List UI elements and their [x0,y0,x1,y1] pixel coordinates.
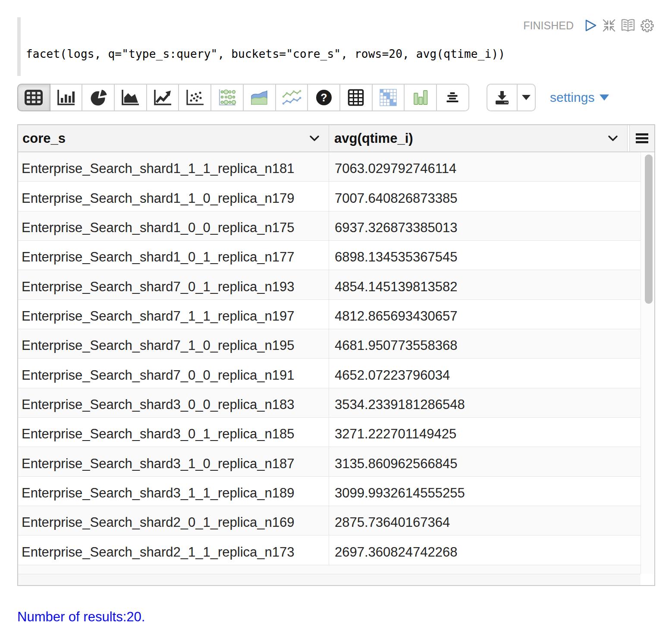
run-paragraph-button[interactable] [585,19,597,32]
viz-button-help[interactable]: ? [307,84,340,111]
cell-core-s: Enterprise_Search_shard1_1_0_replica_n17… [18,182,329,211]
cell-core-s: Enterprise_Search_shard3_0_0_replica_n18… [18,388,329,417]
cell-core-s: Enterprise_Search_shard1_1_1_replica_n18… [18,152,329,181]
play-icon [585,19,597,32]
svg-text:?: ? [320,91,327,104]
pie-chart-icon [90,89,107,106]
viz-button-multi-line-chart[interactable] [275,84,308,111]
viz-button-scatter-chart[interactable] [178,84,211,111]
cell-avg-qtime-i: 3135.860962566845 [329,447,641,476]
scrollbar-corner [641,574,654,585]
table-rows: Enterprise_Search_shard1_1_1_replica_n18… [18,152,641,574]
table-row: Enterprise_Search_shard1_1_0_replica_n17… [18,182,641,211]
scrollbar-thumb[interactable] [645,154,653,304]
help-icon: ? [316,89,332,106]
cell-core-s: Enterprise_Search_shard7_0_0_replica_n19… [18,359,329,387]
cell-avg-qtime-i: 6937.326873385013 [329,211,641,240]
cell-avg-qtime-i: 4812.865693430657 [329,300,641,329]
column-header-avg-qtime-i[interactable]: avg(qtime_i) [329,125,628,151]
horizontal-bars-icon [446,92,459,103]
table-row: Enterprise_Search_shard3_0_1_replica_n18… [18,418,641,447]
cell-avg-qtime-i: 2697.360824742268 [329,535,641,564]
viz-button-bubble-matrix[interactable] [210,84,244,111]
pivot-table-icon [348,89,364,106]
viz-button-bar-chart[interactable] [50,84,83,111]
paragraph-settings-button[interactable] [641,19,654,32]
table-row: Enterprise_Search_shard7_0_1_replica_n19… [18,270,641,299]
viz-button-area-chart[interactable] [114,84,147,111]
table-row: Enterprise_Search_shard1_0_0_replica_n17… [18,211,641,241]
viz-button-pie-chart[interactable] [82,84,115,111]
compress-icon [603,19,615,32]
paragraph-status: FINISHED [523,19,574,32]
viz-button-horizontal-bars[interactable] [436,84,469,111]
cell-avg-qtime-i: 6898.134535367545 [329,241,641,270]
cell-avg-qtime-i: 7007.640826873385 [329,182,641,211]
viz-button-line-chart[interactable] [146,84,179,111]
cell-core-s: Enterprise_Search_shard3_0_1_replica_n18… [18,418,329,447]
toggle-editor-button[interactable] [621,19,635,32]
horizontal-scrollbar-track[interactable] [18,574,641,585]
viz-button-table[interactable] [17,84,50,111]
viz-button-column-range[interactable] [404,84,437,111]
cell-avg-qtime-i: 7063.029792746114 [329,152,641,181]
gear-icon [641,19,654,32]
viz-button-pivot-table[interactable] [339,84,373,111]
multi-line-chart-icon [282,89,301,106]
download-menu-button[interactable] [517,84,536,111]
caret-down-icon [521,94,531,101]
scatter-chart-icon [185,89,204,106]
paragraph-controls: FINISHED [523,17,654,34]
column-menu-chevron-icon[interactable] [608,135,618,142]
collapse-paragraph-button[interactable] [603,19,615,32]
download-button[interactable] [487,84,518,111]
table-body: Enterprise_Search_shard1_1_1_replica_n18… [18,152,654,574]
download-button-group [487,84,536,111]
cell-core-s: Enterprise_Search_shard7_1_1_replica_n19… [18,300,329,329]
viz-button-stream-chart[interactable] [243,84,276,111]
cell-core-s: Enterprise_Search_shard3_1_0_replica_n18… [18,447,329,476]
cell-avg-qtime-i: 2875.73640167364 [329,506,641,535]
table-row: Enterprise_Search_shard1_0_1_replica_n17… [18,241,641,270]
table-row: Enterprise_Search_shard3_0_0_replica_n18… [18,388,641,418]
cell-core-s: Enterprise_Search_shard2_1_1_replica_n17… [18,535,329,564]
settings-toggle[interactable]: settings [550,84,609,111]
cell-core-s: Enterprise_Search_shard1_0_0_replica_n17… [18,211,329,240]
line-chart-icon [153,89,172,106]
cell-core-s: Enterprise_Search_shard3_1_1_replica_n18… [18,477,329,506]
cell-core-s: Enterprise_Search_shard7_1_0_replica_n19… [18,329,329,358]
table-icon [25,90,43,105]
table-row: Enterprise_Search_shard3_1_0_replica_n18… [18,447,641,476]
result-count: Number of results:20. [17,609,145,625]
table-row: Enterprise_Search_shard2_0_1_replica_n16… [18,506,641,535]
table-row: Enterprise_Search_shard2_1_1_replica_n17… [18,535,641,565]
horizontal-scrollbar [18,574,654,585]
cell-avg-qtime-i: 3534.2339181286548 [329,388,641,417]
column-menu-chevron-icon[interactable] [310,135,319,142]
viz-button-group: ? [17,84,469,111]
cell-avg-qtime-i: 3099.9932614555255 [329,477,641,506]
column-header-core-s[interactable]: core_s [18,125,329,151]
settings-caret-icon [600,94,609,101]
area-chart-icon [121,89,140,106]
table-header-row: core_s avg(qtime_i) [18,125,654,152]
settings-label: settings [550,90,594,105]
table-row: Enterprise_Search_shard1_1_1_replica_n18… [18,152,641,182]
table-row-partial [18,565,641,574]
result-table: core_s avg(qtime_i) Enterprise_Search_sh… [17,124,655,586]
cell-avg-qtime-i: 3271.222701149425 [329,418,641,447]
vertical-scrollbar[interactable] [641,152,654,574]
table-row: Enterprise_Search_shard7_1_1_replica_n19… [18,300,641,329]
column-range-icon [412,89,429,106]
table-row: Enterprise_Search_shard7_0_0_replica_n19… [18,359,641,388]
cell-core-s: Enterprise_Search_shard1_0_1_replica_n17… [18,241,329,270]
display-toolbar: ? [17,84,656,111]
table-row: Enterprise_Search_shard3_1_1_replica_n18… [18,477,641,506]
viz-button-heatmap[interactable] [372,84,405,111]
hamburger-menu-icon [636,133,648,143]
download-icon [494,90,510,105]
column-header-label: avg(qtime_i) [334,131,413,146]
book-icon [621,19,635,32]
grid-menu-button[interactable] [629,125,654,151]
code-text[interactable]: facet(logs, q="type_s:query", buckets="c… [26,45,505,63]
